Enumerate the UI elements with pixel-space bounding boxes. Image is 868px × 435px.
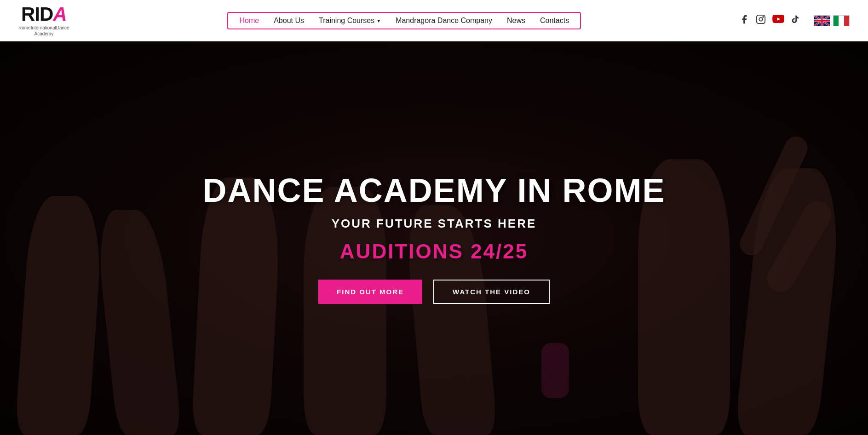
svg-point-2	[763, 17, 764, 17]
language-selector	[814, 15, 850, 26]
youtube-icon[interactable]	[772, 15, 784, 27]
hero-section: DANCE ACADEMY IN ROME YOUR FUTURE STARTS…	[0, 41, 868, 435]
flag-uk[interactable]	[814, 15, 830, 26]
header: RIDA RomeInternationalDance Academy Home…	[0, 0, 868, 41]
logo-subtitle: RomeInternationalDance Academy	[18, 25, 69, 37]
nav-contacts[interactable]: Contacts	[540, 17, 569, 25]
tiktok-icon[interactable]	[791, 14, 800, 27]
find-out-more-button[interactable]: FIND OUT MORE	[318, 280, 422, 304]
logo[interactable]: RIDA RomeInternationalDance Academy	[18, 5, 69, 37]
main-nav: Home About Us Training Courses ▼ Mandrag…	[227, 12, 581, 29]
nav-mandragora[interactable]: Mandragora Dance Company	[396, 17, 492, 25]
flag-italy-white	[839, 16, 844, 26]
hero-auditions: AUDITIONS 24/25	[202, 240, 665, 263]
hero-buttons: FIND OUT MORE WATCH THE VIDEO	[202, 280, 665, 304]
hero-title: DANCE ACADEMY IN ROME	[202, 172, 665, 209]
facebook-icon[interactable]	[739, 14, 749, 27]
instagram-icon[interactable]	[756, 14, 766, 27]
watch-video-button[interactable]: WATCH THE VIDEO	[433, 280, 550, 304]
flag-italy-green	[834, 16, 839, 26]
nav-training[interactable]: Training Courses	[319, 17, 374, 25]
svg-rect-0	[757, 15, 765, 23]
social-icons	[739, 14, 800, 27]
nav-about[interactable]: About Us	[274, 17, 304, 25]
nav-news[interactable]: News	[507, 17, 525, 25]
hero-content: DANCE ACADEMY IN ROME YOUR FUTURE STARTS…	[202, 172, 665, 303]
hero-subtitle: YOUR FUTURE STARTS HERE	[202, 217, 665, 231]
flag-italy-red	[844, 16, 849, 26]
logo-text: RIDA	[21, 5, 67, 24]
training-dropdown-arrow: ▼	[376, 18, 381, 23]
nav-home[interactable]: Home	[239, 17, 259, 25]
header-right	[739, 14, 850, 27]
svg-point-1	[759, 17, 762, 21]
flag-italy[interactable]	[833, 15, 850, 26]
nav-training-wrapper[interactable]: Training Courses ▼	[319, 17, 381, 25]
